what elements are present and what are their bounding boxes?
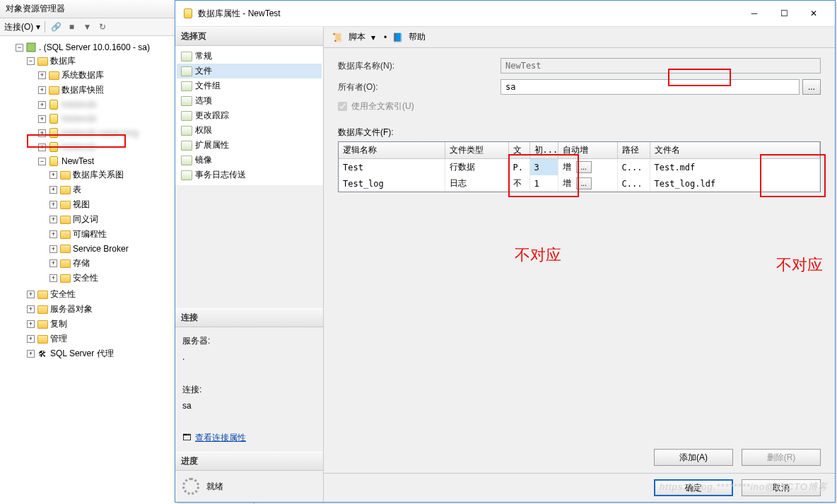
tree-databases[interactable]: 数据库 [50,55,76,67]
tree-security[interactable]: 安全性 [50,288,76,300]
collapse-icon[interactable]: − [27,57,35,65]
expand-icon[interactable]: + [49,216,57,223]
expand-icon[interactable]: + [38,115,46,123]
cell-path[interactable]: C... [617,175,650,192]
link-icon[interactable]: 🔗 [49,20,62,33]
expand-icon[interactable]: + [27,320,35,328]
cell-file[interactable]: Test.mdf [650,159,820,176]
expand-icon[interactable]: + [49,259,57,267]
expand-icon[interactable]: + [49,186,57,194]
grid-header-cell[interactable]: 路径 [617,142,650,159]
expand-icon[interactable]: + [49,171,57,179]
cell-logical[interactable]: Test [339,159,445,176]
page-item-8[interactable]: 事务日志传送 [177,168,322,182]
script-icon[interactable]: 📜 [332,33,343,42]
page-item-2[interactable]: 文件组 [177,78,322,93]
tree-db-hidden[interactable]: hiddendb [62,114,96,124]
tree-replication[interactable]: 复制 [50,318,67,330]
cell-fg[interactable]: 不 [508,175,529,192]
cell-type[interactable]: 日志 [445,175,508,192]
expand-icon[interactable]: + [49,230,57,238]
cell-file[interactable]: Test_log.ldf [650,175,820,192]
tree-serverobj[interactable]: 服务器对象 [50,303,93,315]
tree-server[interactable]: . (SQL Server 10.0.1600 - sa) [39,42,150,52]
tree-diagrams[interactable]: 数据库关系图 [73,169,124,181]
cell-grow[interactable]: 增 ... [558,159,617,176]
tree-storage[interactable]: 存储 [73,257,90,269]
script-button[interactable]: 脚本 [349,31,365,43]
expand-icon[interactable]: + [27,305,35,313]
cell-logical[interactable]: Test_log [339,175,445,192]
owner-browse-button[interactable]: ... [802,79,821,95]
tree-db-hidden[interactable]: hiddendb name long [62,128,139,138]
expand-icon[interactable]: + [27,350,35,358]
tree-dbsnap[interactable]: 数据库快照 [62,84,104,96]
page-item-7[interactable]: 镜像 [177,153,322,168]
grid-header-cell[interactable]: 文件类型 [445,142,508,159]
view-connection-link[interactable]: 查看连接属性 [195,430,246,446]
expand-icon[interactable]: + [38,143,46,151]
tree-sysdb[interactable]: 系统数据库 [62,69,104,81]
owner-input[interactable] [501,79,800,95]
cell-init[interactable]: 1 [529,175,558,192]
tree-agent[interactable]: SQL Server 代理 [50,348,114,360]
tree-security-db[interactable]: 安全性 [73,272,98,284]
expand-icon[interactable]: + [38,71,46,79]
grid-header-cell[interactable]: 初... [529,142,558,159]
expand-icon[interactable]: + [27,291,35,298]
filter-icon[interactable]: ▼ [81,20,93,33]
collapse-icon[interactable]: − [38,158,46,165]
dropdown-icon[interactable]: ▾ [371,33,375,42]
dialog-title-bar[interactable]: 数据库属性 - NewTest ─ ☐ ✕ [175,1,835,27]
cell-fg[interactable]: P. [508,159,529,176]
page-item-5[interactable]: 权限 [177,123,322,138]
expand-icon[interactable]: + [27,335,35,343]
minimize-button[interactable]: ─ [740,5,768,22]
expand-icon[interactable]: + [38,86,46,94]
cell-type[interactable]: 行数据 [445,159,508,176]
collapse-icon[interactable]: − [16,44,23,52]
cell-init[interactable]: 3 [529,159,558,176]
expand-icon[interactable]: + [38,101,46,109]
tree-synonyms[interactable]: 同义词 [73,213,98,225]
tree-db-hidden[interactable]: hiddendb [62,142,96,152]
tree-management[interactable]: 管理 [50,333,67,345]
grid-header-cell[interactable]: 文件名 [650,142,820,159]
grid-header-cell[interactable]: 文 [508,142,529,159]
refresh-icon[interactable]: ↻ [96,20,109,33]
add-button[interactable]: 添加(A) [654,449,733,466]
page-item-1[interactable]: 文件 [177,64,322,78]
expand-icon[interactable]: + [49,245,57,253]
connect-button[interactable]: 连接(O) [4,21,33,33]
page-item-4[interactable]: 更改跟踪 [177,108,322,123]
page-item-0[interactable]: 常规 [177,49,322,64]
grow-browse-button[interactable]: ... [576,177,592,189]
grid-header-cell[interactable]: 逻辑名称 [339,142,445,159]
stop-icon[interactable]: ■ [65,20,78,33]
tree-views[interactable]: 视图 [73,199,90,211]
page-icon [181,126,192,136]
grow-browse-button[interactable]: ... [576,161,592,173]
cell-grow[interactable]: 增 ... [558,175,617,192]
grid-header-cell[interactable]: 自动增 [558,142,617,159]
grid-row[interactable]: Test行数据P.3增 ...C...Test.mdf [339,159,820,176]
help-icon[interactable]: 📘 [392,33,403,42]
page-list[interactable]: 常规文件文件组选项更改跟踪权限扩展属性镜像事务日志传送 [175,46,323,185]
dropdown-icon[interactable]: ▾ [36,22,40,32]
tree-newtest[interactable]: NewTest [62,156,94,166]
files-grid[interactable]: 逻辑名称文件类型文初...自动增路径文件名 Test行数据P.3增 ...C..… [338,141,821,192]
tree-sb[interactable]: Service Broker [73,244,129,254]
tree-tables[interactable]: 表 [73,184,81,196]
page-item-6[interactable]: 扩展属性 [177,138,322,153]
expand-icon[interactable]: + [49,201,57,209]
cell-path[interactable]: C... [617,159,650,176]
expand-icon[interactable]: + [38,129,46,137]
maximize-button[interactable]: ☐ [770,5,798,22]
grid-row[interactable]: Test_log日志不1增 ...C...Test_log.ldf [339,175,820,192]
help-button[interactable]: 帮助 [409,31,426,43]
page-item-3[interactable]: 选项 [177,93,322,108]
expand-icon[interactable]: + [49,274,57,282]
tree-db-hidden[interactable]: hiddendb [62,100,96,110]
close-button[interactable]: ✕ [800,5,828,22]
tree-prog[interactable]: 可编程性 [73,228,107,240]
